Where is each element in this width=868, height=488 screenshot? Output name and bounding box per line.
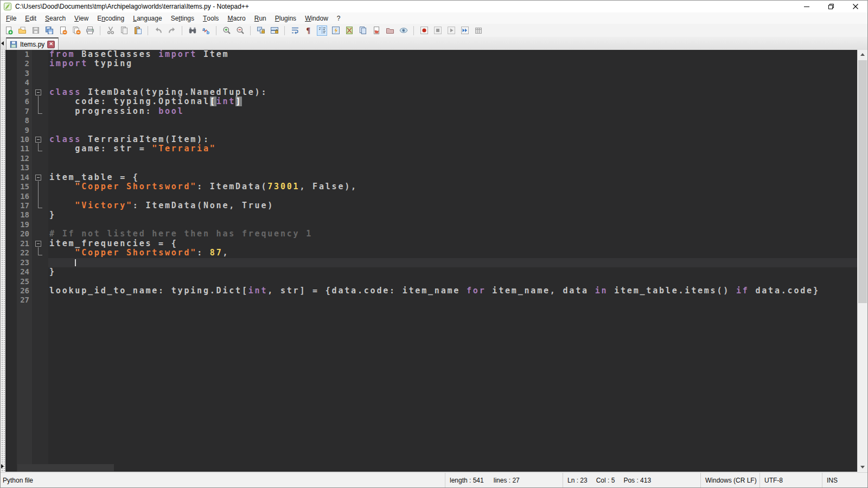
horizontal-scrollbar[interactable] <box>5 464 857 472</box>
fold-cell[interactable] <box>32 277 48 286</box>
document-map-button[interactable] <box>344 25 354 36</box>
show-indent-guide-button[interactable] <box>317 25 327 36</box>
fold-cell[interactable] <box>32 88 48 97</box>
fold-cell[interactable] <box>32 267 48 277</box>
editor[interactable]: 1234567891011121314151617181920212223242… <box>5 50 857 472</box>
close-button[interactable] <box>843 1 867 12</box>
fold-cell[interactable] <box>32 69 48 78</box>
menu-item-edit[interactable]: Edit <box>21 12 41 24</box>
folder-as-workspace-button[interactable] <box>385 25 395 36</box>
status-eol-format[interactable]: Windows (CR LF) <box>700 473 760 487</box>
fold-collapse-icon[interactable] <box>35 89 41 95</box>
title-bar[interactable]: C:\Users\Dood\Documents\tmp\Archipelago\… <box>1 1 867 12</box>
fold-cell[interactable] <box>32 210 48 220</box>
fold-cell[interactable] <box>32 107 48 116</box>
fold-cell[interactable] <box>32 296 48 305</box>
bookmark-margin[interactable] <box>5 50 17 472</box>
close-all-button[interactable] <box>71 25 81 36</box>
fold-cell[interactable] <box>32 192 48 201</box>
vertical-scrollbar-thumb[interactable] <box>858 60 867 303</box>
status-typing-mode[interactable]: INS <box>822 473 867 487</box>
monitoring-button[interactable] <box>398 25 409 36</box>
tab-close-icon[interactable]: ✕ <box>47 41 55 48</box>
menu-item-language[interactable]: Language <box>129 12 166 24</box>
find-button[interactable] <box>187 25 197 36</box>
tab-items-py[interactable]: Items.py✕ <box>6 37 59 50</box>
save-file-button[interactable] <box>30 25 41 36</box>
fold-cell[interactable] <box>32 163 48 172</box>
macro-save-button[interactable] <box>473 25 483 36</box>
macro-stop-button[interactable] <box>432 25 443 36</box>
fold-collapse-icon[interactable] <box>35 241 41 247</box>
document-list-button[interactable] <box>358 25 368 36</box>
print-button[interactable] <box>85 25 95 36</box>
close-file-button[interactable] <box>58 25 68 36</box>
view-in-browser-button[interactable] <box>371 25 381 36</box>
tab-scroll-left[interactable] <box>1 37 5 50</box>
fold-cell[interactable] <box>32 78 48 87</box>
menu-item-settings[interactable]: Settings <box>167 12 199 24</box>
word-wrap-button[interactable] <box>290 25 300 36</box>
show-all-characters-button[interactable]: ¶ <box>303 25 314 36</box>
scroll-up-button[interactable] <box>858 50 867 59</box>
macro-playback-button[interactable] <box>446 25 456 36</box>
macro-record-button[interactable] <box>419 25 429 36</box>
fold-margin[interactable] <box>32 50 48 472</box>
sync-vertical-scroll-button[interactable] <box>256 25 266 36</box>
fold-collapse-icon[interactable] <box>35 175 41 181</box>
minimize-button[interactable] <box>794 1 819 12</box>
menu-item-encoding[interactable]: Encoding <box>93 12 129 24</box>
menu-item-search[interactable]: Search <box>41 12 70 24</box>
macro-run-multiple-button[interactable] <box>459 25 470 36</box>
fold-cell[interactable] <box>32 50 48 59</box>
fold-cell[interactable] <box>32 258 48 267</box>
vertical-scrollbar[interactable] <box>857 50 867 472</box>
fold-cell[interactable] <box>32 182 48 191</box>
fold-cell[interactable] <box>32 173 48 182</box>
menu-item-run[interactable]: Run <box>250 12 271 24</box>
replace-button[interactable]: ab <box>201 25 211 36</box>
undo-button[interactable] <box>153 25 163 36</box>
save-all-button[interactable] <box>44 25 54 36</box>
menu-item-[interactable]: ? <box>333 12 345 24</box>
menu-item-window[interactable]: Window <box>301 12 333 24</box>
restore-button[interactable] <box>819 1 843 12</box>
copy-button[interactable] <box>119 25 129 36</box>
code-area[interactable]: from BaseClasses import Itemimport typin… <box>48 50 857 305</box>
menu-item-plugins[interactable]: Plugins <box>271 12 301 24</box>
zoom-out-button[interactable] <box>235 25 245 36</box>
fold-cell[interactable] <box>32 154 48 163</box>
code-token: class <box>49 87 81 97</box>
fold-cell[interactable] <box>32 59 48 68</box>
fold-cell[interactable] <box>32 229 48 239</box>
new-file-button[interactable] <box>3 25 14 36</box>
horizontal-scrollbar-thumb[interactable] <box>17 464 114 471</box>
function-list-button[interactable] <box>330 25 341 36</box>
paste-button[interactable] <box>132 25 143 36</box>
zoom-in-button[interactable] <box>221 25 232 36</box>
redo-button[interactable] <box>167 25 177 36</box>
fold-cell[interactable] <box>32 97 48 106</box>
open-file-button[interactable] <box>17 25 27 36</box>
sync-horizontal-scroll-button[interactable] <box>269 25 279 36</box>
menu-item-file[interactable]: File <box>2 12 21 24</box>
fold-cell[interactable] <box>32 126 48 135</box>
bookmark-cell <box>5 201 17 210</box>
scroll-down-button[interactable] <box>858 463 867 472</box>
dock-splitter[interactable] <box>1 50 5 472</box>
fold-cell[interactable] <box>32 239 48 248</box>
menu-item-tools[interactable]: Tools <box>199 12 223 24</box>
fold-cell[interactable] <box>32 116 48 125</box>
fold-cell[interactable] <box>32 286 48 296</box>
fold-collapse-icon[interactable] <box>35 137 41 143</box>
word-wrap-icon <box>291 26 299 35</box>
fold-cell[interactable] <box>32 144 48 153</box>
fold-cell[interactable] <box>32 220 48 229</box>
menu-item-macro[interactable]: Macro <box>223 12 250 24</box>
fold-cell[interactable] <box>32 135 48 144</box>
menu-item-view[interactable]: View <box>70 12 93 24</box>
fold-cell[interactable] <box>32 248 48 258</box>
cut-button[interactable] <box>105 25 116 36</box>
status-encoding[interactable]: UTF-8 <box>760 473 822 487</box>
fold-cell[interactable] <box>32 201 48 210</box>
